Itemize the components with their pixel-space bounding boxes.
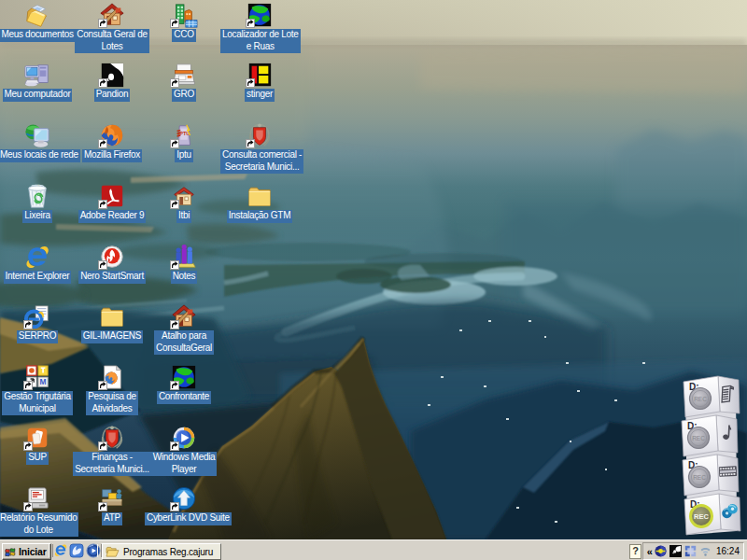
svg-text:REC: REC <box>694 512 709 521</box>
svg-text:REC: REC <box>694 396 707 402</box>
svg-text:M: M <box>40 377 47 386</box>
svg-text:REC: REC <box>693 474 706 481</box>
svg-text:REC: REC <box>692 435 705 441</box>
